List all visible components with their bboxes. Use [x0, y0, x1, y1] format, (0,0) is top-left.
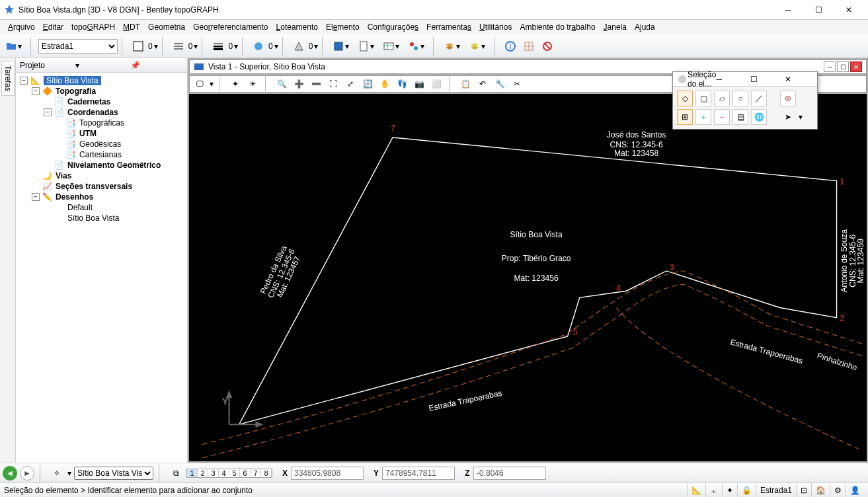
menu-ajuda[interactable]: Ajuda: [631, 21, 659, 33]
menu-ferramentas[interactable]: Ferramentas: [422, 21, 475, 33]
tree-nivelamento[interactable]: 📄Nivelamento Geométrico: [44, 160, 184, 171]
status-prefs[interactable]: ⚙: [830, 483, 846, 497]
status-tool1[interactable]: 📐: [687, 483, 705, 497]
sel-globe-icon[interactable]: 🌐: [751, 109, 767, 125]
maximize-button[interactable]: ☐: [803, 1, 834, 19]
color-picker[interactable]: [130, 37, 147, 56]
linestyle-picker[interactable]: [170, 37, 187, 56]
tree-topografia[interactable]: −🔶Topografia: [32, 86, 184, 96]
tree-desenhos[interactable]: −✏️Desenhos: [32, 192, 184, 202]
info-button[interactable]: i: [502, 37, 519, 56]
status-level[interactable]: Estrada1: [756, 483, 796, 497]
x-input[interactable]: [291, 467, 364, 480]
sel-deny-icon[interactable]: ⊘: [780, 91, 796, 106]
vt-sun-icon[interactable]: ☀: [245, 77, 260, 91]
tree-secoes[interactable]: 📈Seções transversais: [32, 181, 184, 192]
vt-walk-icon[interactable]: 👣: [395, 77, 409, 91]
menu-geometria[interactable]: Geometria: [144, 21, 189, 33]
status-dialog[interactable]: ⊡: [796, 483, 811, 497]
close-button[interactable]: ✕: [834, 1, 864, 19]
vt-rotate-icon[interactable]: 🔄: [360, 77, 375, 91]
vt-display[interactable]: 🖵: [192, 77, 207, 91]
sel-rect-icon[interactable]: ◇: [677, 91, 693, 106]
vt-view-icon[interactable]: ⬜: [429, 77, 444, 91]
nav-fwd-button[interactable]: ►: [20, 466, 34, 480]
menu-editar[interactable]: Editar: [39, 21, 67, 33]
z-input[interactable]: [473, 467, 546, 480]
y-input[interactable]: [382, 467, 455, 480]
menu-georref[interactable]: Georreferenciamento: [189, 21, 272, 33]
tree-utm[interactable]: 📑UTM: [56, 128, 184, 139]
sel-cursor-icon[interactable]: ➤: [780, 109, 796, 125]
nav-back-button[interactable]: ◄: [3, 466, 17, 480]
layers2-button[interactable]: ▾: [466, 37, 490, 56]
nav-view-select[interactable]: Sítio Boa Vista Vis: [74, 467, 153, 480]
transparency-button[interactable]: [290, 37, 307, 56]
vt-copy-icon[interactable]: 📋: [458, 77, 473, 91]
vt-wrench-icon[interactable]: 🔧: [493, 77, 507, 91]
tree-cartesianas[interactable]: 📑Cartesianas: [56, 149, 184, 160]
toolbox-min[interactable]: ─: [717, 75, 746, 84]
view-min-button[interactable]: ─: [824, 61, 836, 72]
sel-square-icon[interactable]: ▢: [695, 91, 711, 106]
vt-zoom-icon[interactable]: 🔍: [274, 77, 289, 91]
toolbox-max[interactable]: ☐: [750, 75, 779, 84]
globe-button[interactable]: [250, 37, 267, 56]
view-number-boxes[interactable]: 12345678: [186, 469, 272, 478]
vt-plus-icon[interactable]: ✦: [228, 77, 243, 91]
selection-toolbox[interactable]: Seleção do el... ─ ☐ ✕ ◇ ▢ ▱ ○ ／ ⊘ ⊞ ＋ －…: [672, 71, 818, 130]
pin-icon[interactable]: 📌: [130, 61, 183, 70]
sel-plus-icon[interactable]: ＋: [695, 109, 711, 125]
tree-cadernetas[interactable]: 📄Cadernetas: [44, 96, 184, 107]
toolbox-close[interactable]: ✕: [785, 75, 814, 84]
menu-janela[interactable]: Janela: [600, 21, 631, 33]
sel-grid-icon[interactable]: ⊞: [677, 109, 693, 125]
sel-minus-icon[interactable]: －: [714, 109, 730, 125]
tree-vias[interactable]: 🌙Vias: [32, 171, 184, 181]
tree-sitio[interactable]: Sítio Boa Vista: [44, 213, 184, 223]
table-button[interactable]: ▾: [380, 37, 404, 56]
vt-prev-icon[interactable]: ↶: [475, 77, 490, 91]
status-tool2[interactable]: ⫠: [705, 483, 722, 497]
sel-dropdown[interactable]: ▾: [799, 112, 803, 122]
nav-compass-icon[interactable]: ✧: [49, 464, 65, 482]
minimize-button[interactable]: ─: [773, 1, 803, 19]
lineweight-picker[interactable]: [210, 37, 227, 56]
window-button[interactable]: ▾: [330, 37, 354, 56]
tree-geodesicas[interactable]: 📑Geodésicas: [56, 139, 184, 149]
sel-circle-icon[interactable]: ○: [732, 91, 748, 106]
tree-topograficas[interactable]: 📑Topográficas: [56, 118, 184, 128]
deny-button[interactable]: [539, 37, 556, 56]
vt-fit-icon[interactable]: ⤢: [343, 77, 358, 91]
menu-util[interactable]: Utilitários: [475, 21, 516, 33]
vt-cam-icon[interactable]: 📷: [412, 77, 426, 91]
layers1-button[interactable]: ▾: [441, 37, 465, 56]
status-lock[interactable]: 🔒: [737, 483, 756, 497]
vt-zoomout-icon[interactable]: ➖: [309, 77, 323, 91]
view-max-button[interactable]: ☐: [837, 61, 849, 72]
vt-pan-icon[interactable]: ✋: [377, 77, 392, 91]
open-button[interactable]: ▾: [3, 37, 26, 56]
tree-default[interactable]: Default: [44, 202, 184, 213]
tree-coordenadas[interactable]: −📄Coordenadas: [44, 107, 184, 118]
tree-root[interactable]: −📐Sítio Boa Vista: [20, 75, 184, 86]
sel-line-icon[interactable]: ／: [751, 91, 767, 106]
tasks-tab[interactable]: Tarefas: [0, 58, 16, 463]
menu-elemento[interactable]: Elemento: [322, 21, 364, 33]
level-select[interactable]: Estrada1: [38, 39, 118, 54]
vt-clip-icon[interactable]: ✂: [510, 77, 524, 91]
sel-layers-icon[interactable]: ▤: [732, 109, 748, 125]
menu-arquivo[interactable]: Arquivo: [4, 21, 39, 33]
menu-mdt[interactable]: MDT: [119, 21, 144, 33]
grid-button[interactable]: [520, 37, 537, 56]
settings-button[interactable]: ▾: [405, 37, 429, 56]
menu-config[interactable]: Configurações: [364, 21, 422, 33]
status-snap[interactable]: ✦: [722, 483, 737, 497]
dropdown-icon[interactable]: ▾: [75, 61, 128, 70]
status-home[interactable]: 🏠: [811, 483, 830, 497]
vt-zoomin-icon[interactable]: ➕: [292, 77, 306, 91]
view-close-button[interactable]: ✕: [850, 61, 862, 72]
status-user[interactable]: 👤: [846, 483, 864, 497]
menu-topograph[interactable]: topoGRAPH: [67, 21, 119, 33]
sel-shape-icon[interactable]: ▱: [714, 91, 730, 106]
